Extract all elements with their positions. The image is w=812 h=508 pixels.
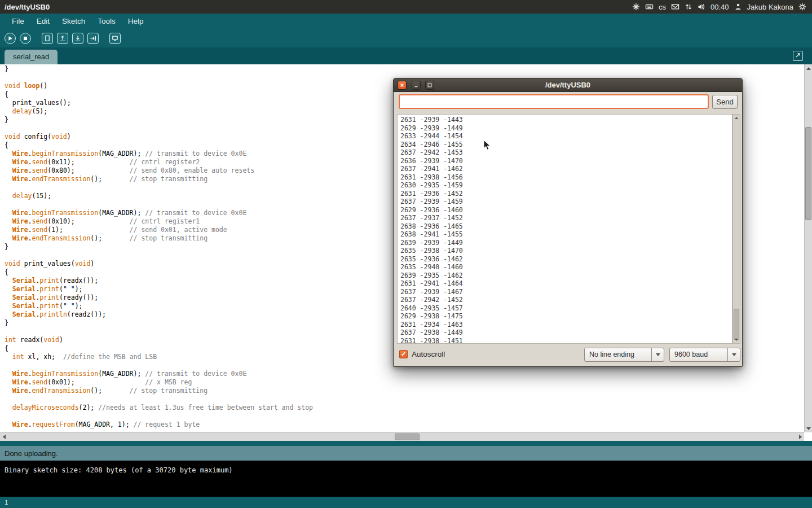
triangle-down-icon xyxy=(735,339,738,341)
editor-vscrollbar[interactable] xyxy=(804,64,812,432)
serial-titlebar[interactable]: /dev/ttyUSB0 xyxy=(394,78,742,92)
new-file-icon xyxy=(44,35,51,42)
mail-icon[interactable] xyxy=(671,3,679,11)
serial-monitor-button[interactable] xyxy=(109,33,121,44)
code-line xyxy=(5,395,804,404)
user-icon[interactable] xyxy=(734,3,742,11)
triangle-up-icon xyxy=(806,67,811,70)
scroll-left-button[interactable] xyxy=(0,433,8,441)
network-arrows-icon[interactable] xyxy=(685,3,692,11)
triangle-down-icon xyxy=(806,427,811,430)
keyboard-layout-label[interactable]: cs xyxy=(659,3,666,11)
minimize-icon xyxy=(413,80,419,90)
upload-button[interactable] xyxy=(87,33,99,44)
code-line: Wire.send(0x01); // x MSB reg xyxy=(5,378,804,387)
code-line: Wire.requestFrom(MAG_ADDR, 1); // reques… xyxy=(5,421,804,429)
code-line: Wire.beginTransmission(MAG_ADDR); // tra… xyxy=(5,370,804,378)
status-bar: Done uploading. xyxy=(0,446,812,461)
tray: cs00:40Jakub Kakona xyxy=(632,3,812,11)
close-button[interactable] xyxy=(398,81,407,90)
code-line xyxy=(5,412,804,421)
editor-hscrollbar[interactable] xyxy=(0,432,804,441)
chevron-down-icon[interactable] xyxy=(727,348,740,361)
stop-icon xyxy=(22,35,29,42)
scroll-right-button[interactable] xyxy=(796,433,804,441)
toolbar xyxy=(0,29,812,47)
scroll-down-button[interactable] xyxy=(805,424,812,432)
autoscroll-label: Autoscroll xyxy=(412,349,445,360)
scroll-up-button[interactable] xyxy=(805,64,812,72)
mouse-cursor xyxy=(483,139,491,154)
open-icon xyxy=(59,35,66,42)
triangle-right-icon xyxy=(799,435,802,439)
minimize-button[interactable] xyxy=(412,81,421,90)
serial-input[interactable] xyxy=(399,94,709,109)
serial-scroll-down-button[interactable] xyxy=(733,336,740,343)
menu-file[interactable]: File xyxy=(6,14,30,29)
volume-icon[interactable] xyxy=(698,3,705,11)
send-button[interactable]: Send xyxy=(712,95,738,109)
menu-tools[interactable]: Tools xyxy=(91,14,122,29)
verify-button[interactable] xyxy=(5,33,16,44)
close-icon xyxy=(399,80,405,90)
tab-serial-read[interactable]: serial_read xyxy=(5,50,58,64)
menubar: FileEditSketchToolsHelp xyxy=(0,14,812,29)
baud-rate-select[interactable]: 9600 baud xyxy=(669,348,740,362)
footer-strip: 1 xyxy=(0,497,812,508)
console-output: Binary sketch size: 4208 bytes (of a 307… xyxy=(0,461,812,497)
indicator-icon[interactable] xyxy=(632,3,640,11)
vscroll-thumb[interactable] xyxy=(805,127,811,220)
user-menu[interactable]: Jakub Kakona xyxy=(747,3,793,11)
code-line: } xyxy=(5,65,804,73)
baud-rate-value: 9600 baud xyxy=(670,348,727,361)
tabbar: serial_read xyxy=(0,47,812,64)
check-icon: ✓ xyxy=(401,351,406,357)
serial-output-text: 2631 -2939 -1443 2629 -2939 -1449 2633 -… xyxy=(398,115,732,344)
serial-output-area[interactable]: 2631 -2939 -1443 2629 -2939 -1449 2633 -… xyxy=(397,114,732,344)
menu-help[interactable]: Help xyxy=(122,14,150,29)
save-icon xyxy=(74,35,81,42)
session-gear-icon[interactable] xyxy=(798,3,806,11)
upload-icon xyxy=(90,35,96,42)
clock[interactable]: 00:40 xyxy=(710,3,729,11)
menu-edit[interactable]: Edit xyxy=(30,14,56,29)
serial-window-title: /dev/ttyUSB0 xyxy=(394,78,742,92)
menu-sketch[interactable]: Sketch xyxy=(56,14,91,29)
open-button[interactable] xyxy=(57,33,68,44)
code-line: delayMicroseconds(2); //needs at least 1… xyxy=(5,404,804,412)
line-ending-select[interactable]: No line ending xyxy=(584,348,664,362)
serial-scroll-up-button[interactable] xyxy=(733,115,740,121)
keyboard-icon[interactable] xyxy=(645,3,654,11)
console-text: Binary sketch size: 4208 bytes (of a 307… xyxy=(5,466,233,474)
maximize-button[interactable] xyxy=(425,81,434,90)
new-sketch-button[interactable] xyxy=(42,33,53,44)
divider-strip xyxy=(0,441,812,446)
play-icon xyxy=(7,35,14,42)
triangle-left-icon xyxy=(3,435,6,439)
save-button[interactable] xyxy=(72,33,83,44)
arrow-icon xyxy=(795,51,801,61)
hscroll-thumb[interactable] xyxy=(395,433,420,440)
serial-monitor-icon xyxy=(112,35,118,42)
tab-menu-button[interactable] xyxy=(793,51,803,61)
maximize-icon xyxy=(427,80,433,90)
serial-scroll-thumb[interactable] xyxy=(734,309,739,340)
focused-window-title: /dev/ttyUSB0 xyxy=(0,3,50,11)
status-message: Done uploading. xyxy=(0,449,58,458)
triangle-up-icon xyxy=(735,117,738,119)
line-ending-value: No line ending xyxy=(585,348,651,361)
chevron-down-icon[interactable] xyxy=(651,348,664,361)
top-panel: /dev/ttyUSB0 cs00:40Jakub Kakona xyxy=(0,0,812,14)
line-number-indicator: 1 xyxy=(0,497,812,508)
stop-button[interactable] xyxy=(20,33,31,44)
code-line: Wire.endTransmission(); // stop transmit… xyxy=(5,387,804,395)
serial-scrollbar[interactable] xyxy=(732,114,740,344)
serial-monitor-window: /dev/ttyUSB0 Send 2631 -2939 -1443 2629 … xyxy=(393,78,743,367)
autoscroll-checkbox[interactable]: ✓ xyxy=(399,350,408,358)
